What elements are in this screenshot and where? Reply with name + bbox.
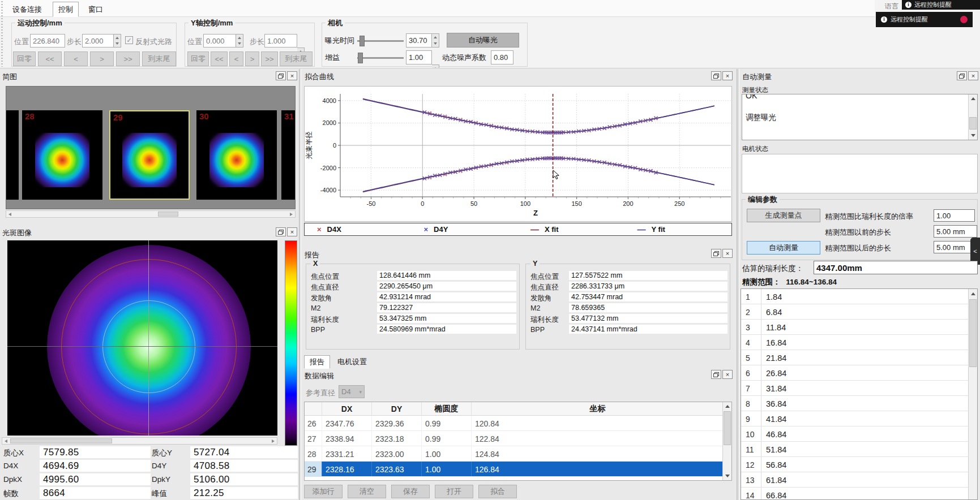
exposure-spinner[interactable] [432,33,439,48]
measure-point-row[interactable]: 1046.84 [741,426,968,442]
reflective-path-checkbox[interactable]: ✓ [125,36,133,44]
list-vscrollbar[interactable] [968,289,977,499]
step-spinner[interactable] [114,34,121,48]
rayleigh-input[interactable]: 4347.00mm [814,261,978,274]
scroll-right-icon[interactable] [272,439,275,443]
auto-exposure-button[interactable]: 自动曝光 [447,33,519,48]
scroll-left-icon[interactable] [8,213,11,216]
language-menu-label[interactable]: 语言 [885,2,898,11]
y-axis-nav-4[interactable]: >> [261,51,278,66]
y-axis-nav-3[interactable]: > [245,51,259,66]
thumbnail-hscrollbar[interactable] [6,210,296,218]
measure-point-row[interactable]: 941.84 [741,411,968,426]
table-row[interactable]: 272338.942323.180.99122.84 [305,431,722,446]
scroll-down-icon[interactable] [971,134,975,137]
motion-nav-2[interactable]: < [64,51,88,66]
y-axis-nav-2[interactable]: < [229,51,243,66]
scroll-up-icon[interactable] [971,292,975,295]
y-axis-nav-0[interactable]: 回零 [187,51,209,66]
table-row[interactable]: 292328.162323.631.00126.84 [305,462,722,477]
splitter-left[interactable] [299,69,301,500]
gain-slider-handle[interactable] [358,53,363,63]
close-icon[interactable]: × [287,227,297,236]
measure-point-row[interactable]: 1361.84 [741,472,968,488]
measure-point-row[interactable]: 1466.84 [741,488,968,500]
measure-status-box[interactable]: OK 调整曝光 [742,94,978,140]
measure-point-row[interactable]: 1256.84 [741,457,968,472]
restore-icon[interactable] [957,71,967,80]
y-axis-nav-1[interactable]: << [211,51,228,66]
toolbar-gripper[interactable] [1,1,3,67]
motion-nav-0[interactable]: 回零 [13,51,36,66]
close-icon[interactable]: × [287,71,297,80]
measure-point-row[interactable]: 626.84 [741,365,968,381]
column-header-DY[interactable]: DY [371,402,421,416]
exposure-slider-handle[interactable] [360,36,365,46]
thumbnail-29[interactable]: 29 [109,110,190,200]
scrollbar-thumb[interactable] [158,212,178,217]
measure-point-row[interactable]: 521.84 [741,350,968,365]
tab-motor-settings[interactable]: 电机设置 [331,355,373,369]
column-header-DX[interactable]: DX [322,402,371,416]
scroll-down-icon[interactable] [725,475,730,477]
edit-button-清空[interactable]: 清空 [348,485,386,498]
column-header-椭圆度[interactable]: 椭圆度 [421,402,471,416]
close-icon[interactable]: × [722,370,733,379]
measure-point-row[interactable]: 836.84 [741,396,968,411]
beam-image[interactable] [7,240,277,436]
measure-point-row[interactable]: 26.84 [741,304,968,320]
fit-chart-frame[interactable]: -4000-2000020004000-50050100150200250Z光束… [304,86,732,222]
tab-window[interactable]: 窗口 [83,2,108,16]
scrollbar-thumb[interactable] [10,438,112,443]
close-icon[interactable]: × [722,71,733,80]
edit-button-打开[interactable]: 打开 [435,485,473,498]
motion-nav-1[interactable]: << [38,51,62,66]
step-input[interactable]: 2.000 [82,34,114,48]
restore-icon[interactable] [711,71,721,80]
motion-nav-5[interactable]: 到末尾 [142,51,176,66]
generate-points-button[interactable]: 生成测量点 [747,209,820,222]
beam-hscrollbar[interactable] [2,437,277,445]
dynamic-noise-input[interactable]: 0.80 [491,50,513,64]
y-axis-nav-5[interactable]: 到末尾 [280,51,313,66]
table-row[interactable]: 262347.762329.360.99120.84 [305,416,722,431]
gain-slider[interactable] [357,57,404,59]
motion-nav-4[interactable]: >> [116,51,140,66]
ratio-input[interactable]: 1.00 [934,209,975,222]
scrollbar-thumb[interactable] [724,411,731,445]
scrollbar-thumb[interactable] [969,299,977,367]
scroll-up-icon[interactable] [725,405,730,408]
scroll-right-icon[interactable] [290,213,293,216]
motion-nav-3[interactable]: > [90,51,114,66]
status-vscrollbar[interactable] [968,94,977,140]
column-header-坐标[interactable]: 坐标 [471,402,724,416]
y-position-spinner[interactable] [236,34,243,48]
before-step-input[interactable]: 5.00 mm [934,225,977,238]
scroll-left-icon[interactable] [5,439,7,443]
measure-point-row[interactable]: 416.84 [741,335,968,350]
tab-report[interactable]: 报告 [304,355,330,369]
thumbnail-30[interactable]: 30 [196,110,277,200]
restore-icon[interactable] [711,249,721,258]
close-icon[interactable]: × [968,71,978,80]
thumbnail-partial[interactable] [6,110,19,200]
thumbnail-31[interactable]: 31 [281,110,296,200]
close-icon[interactable]: × [722,249,733,258]
scroll-up-icon[interactable] [971,97,975,100]
restore-icon[interactable] [276,71,286,80]
thumbnail-28[interactable]: 28 [22,110,102,200]
measure-point-row[interactable]: 311.84 [741,320,968,335]
tab-device-connect[interactable]: 设备连接 [6,2,48,16]
exposure-input[interactable]: 30.70 [406,33,432,48]
remote-control-toast-2[interactable]: i 远程控制提醒 [876,12,973,27]
edit-button-保存[interactable]: 保存 [391,485,430,498]
restore-icon[interactable] [711,370,721,379]
remote-control-toast-1[interactable]: i 远程控制提醒 [902,0,980,10]
table-vscrollbar[interactable] [722,402,731,480]
y-position-input[interactable]: 0.000 [203,34,236,48]
edit-button-拟合[interactable]: 拟合 [478,485,517,498]
scrollbar-thumb[interactable] [969,117,977,130]
table-row[interactable]: 282331.212323.001.00124.84 [305,446,722,462]
gain-input[interactable]: 1.00 [406,50,432,64]
splitter-right[interactable] [737,69,739,500]
